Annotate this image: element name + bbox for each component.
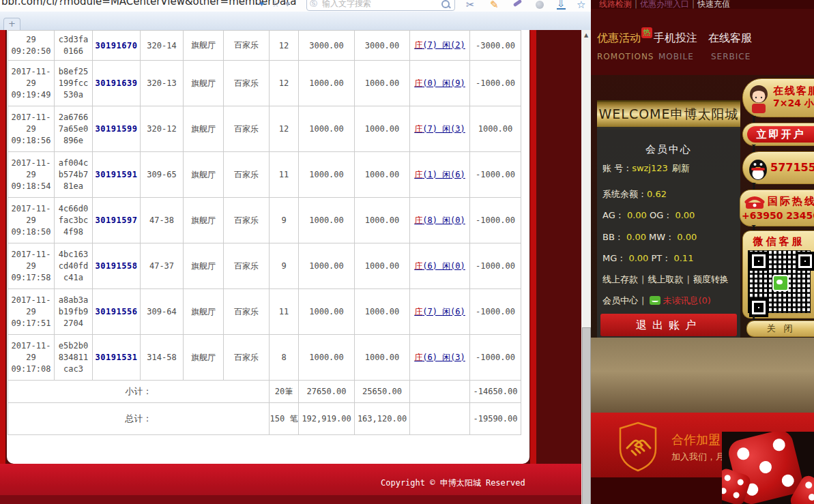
download-icon[interactable]: ⇩ — [557, 0, 566, 10]
qq-panel[interactable]: 57715555 — [742, 151, 814, 184]
cell-game: 百家乐 — [224, 289, 270, 335]
link-line-check[interactable]: 线路检测 — [599, 0, 632, 9]
table-row: 2017-11-2909:17:08e5b2b0834811cac3301915… — [8, 335, 521, 381]
separator: | — [641, 295, 644, 306]
caret-down-icon[interactable]: ▾ — [285, 0, 290, 9]
member-center-link[interactable]: 会员中心 — [602, 295, 638, 306]
logout-button[interactable]: 退出账户 — [600, 314, 737, 336]
cell-result: 庄(7) 闲(2) — [410, 31, 470, 61]
nav-promotions-sub: ROMOTIONS — [597, 52, 654, 61]
transfer-link[interactable]: 额度转换 — [693, 274, 729, 284]
separator: | — [635, 0, 637, 9]
wrench-icon[interactable] — [513, 0, 523, 7]
cell-valid-amount: 1000.00 — [355, 61, 410, 106]
cell-round: 314-58 — [141, 335, 184, 381]
cell-result: 庄(7) 闲(6) — [410, 289, 470, 335]
message-icon[interactable] — [650, 296, 660, 305]
total-label: 总计： — [8, 403, 270, 435]
top-utility-links: 线路检测|优惠办理入口|快速充值 — [599, 0, 730, 10]
nav-online-service[interactable]: 在线客服 — [708, 31, 752, 46]
account-value: swzj123 — [632, 163, 668, 173]
subtotal-bet: 27650.00 — [299, 381, 355, 403]
pen-icon[interactable]: ✎ — [490, 0, 499, 11]
wallet-label: OG： — [650, 210, 672, 220]
nav-promotions[interactable]: 优惠活动 — [597, 31, 641, 46]
cell-result: 庄(1) 闲(6) — [410, 152, 470, 198]
scroll-up-icon[interactable]: ▲ — [581, 30, 591, 41]
balance-value: 0.62 — [647, 189, 667, 199]
cell-valid-amount: 1000.00 — [355, 335, 410, 381]
cell-result: 庄(6) 闲(3) — [410, 335, 470, 381]
total-count: 150 笔 — [270, 403, 299, 435]
wallet-label: AG： — [602, 210, 624, 220]
qq-icon — [746, 155, 770, 181]
flash-icon[interactable]: ✦ — [258, 0, 265, 9]
cell-bet-id: 30191639 — [93, 61, 141, 106]
result-link[interactable]: 庄(6) 闲(0) — [414, 261, 465, 271]
qq-number: 57715555 — [770, 161, 814, 174]
cell-bet-id: 30191558 — [93, 243, 141, 289]
search-icon[interactable] — [441, 0, 450, 8]
bookmark-star-icon[interactable]: ☆ — [272, 0, 280, 9]
result-link[interactable]: 庄(1) 闲(6) — [414, 170, 465, 179]
globe-icon[interactable] — [536, 1, 544, 9]
cell-time: 2017-11-2909:17:08 — [8, 335, 55, 381]
screenshot-scissors-icon[interactable]: ✂ — [466, 0, 475, 11]
page-left-stripe — [0, 30, 5, 504]
cell-count: 12 — [270, 31, 299, 61]
link-quick-deposit[interactable]: 快速充值 — [697, 0, 730, 9]
quick-links-line: 线上存款|线上取款|额度转换 — [602, 273, 729, 286]
withdraw-link[interactable]: 线上取款 — [648, 274, 683, 284]
result-link[interactable]: 庄(0) 闲(9) — [414, 78, 465, 88]
wallet-value: 0.00 — [626, 232, 646, 242]
cell-hash: c3d3fa0166 — [55, 31, 93, 61]
result-link[interactable]: 庄(7) 闲(2) — [414, 40, 465, 50]
total-winloss: -19590.00 — [470, 403, 521, 435]
result-link[interactable]: 庄(6) 闲(3) — [414, 353, 465, 362]
cell-time: 2909:20:50 — [8, 31, 55, 61]
result-link[interactable]: 庄(7) 闲(6) — [414, 307, 465, 316]
favorites-star-icon[interactable]: ☆ — [577, 0, 585, 11]
address-bar[interactable]: bbr.com/ci/?module=MACenterView&other=me… — [0, 0, 591, 12]
bet-table-totals: 小计： 20筆 27650.00 25650.00 -14650.00 总计： … — [8, 381, 521, 435]
search-engine-icon[interactable]: Ⓢ — [310, 0, 317, 9]
page-right-stripe — [530, 30, 536, 464]
hotline-panel[interactable]: 国际热线 +63950 234567 — [740, 190, 814, 226]
cell-bet-id: 30191556 — [93, 289, 141, 335]
link-promo-entry[interactable]: 优惠办理入口 — [640, 0, 689, 9]
open-account-button[interactable]: 立即开户 — [747, 126, 814, 143]
affiliate-title[interactable]: 合作加盟 — [671, 432, 721, 448]
close-widget-button[interactable]: 关 闭 — [746, 321, 814, 337]
cell-round: 309-65 — [141, 152, 184, 198]
page-background: 2909:20:50c3d3fa016630191670320-14旗舰厅百家乐… — [0, 30, 591, 504]
subtotal-result-empty — [410, 381, 470, 403]
result-link[interactable]: 庄(7) 闲(3) — [414, 124, 465, 134]
welcome-banner: WELCOME申博太阳城 — [597, 100, 740, 130]
cell-winloss: -1000.00 — [470, 61, 521, 106]
nav-mobile-sub: MOBILE — [658, 52, 694, 61]
cell-valid-amount: 1000.00 — [355, 243, 410, 289]
separator: | — [692, 0, 695, 9]
scrollbar[interactable]: ▲ — [581, 30, 591, 504]
screen: bbr.com/ci/?module=MACenterView&other=me… — [0, 0, 814, 504]
table-row: 2017-11-2909:18:54af004cb574b781ea301915… — [8, 152, 521, 198]
wallet-value: 0.00 — [677, 232, 697, 242]
wallet-value: 0.00 — [675, 210, 695, 220]
cell-winloss: 1000.00 — [470, 106, 521, 152]
result-link[interactable]: 庄(8) 闲(0) — [414, 216, 465, 225]
wallet-value: 0.00 — [627, 210, 647, 220]
cell-bet-id: 30191599 — [93, 106, 141, 152]
search-input[interactable] — [321, 0, 433, 9]
cell-count: 11 — [270, 152, 299, 198]
subtotal-winloss: -14650.00 — [470, 381, 521, 403]
deposit-link[interactable]: 线上存款 — [602, 274, 638, 284]
refresh-link[interactable]: 刷新 — [672, 163, 690, 173]
cell-hall: 旗舰厅 — [184, 198, 224, 243]
nav-mobile-betting[interactable]: 手机投注 — [654, 31, 697, 46]
unread-messages-link[interactable]: 未读讯息(0) — [663, 295, 710, 306]
new-tab-button[interactable]: + — [3, 18, 20, 30]
wechat-icon — [772, 275, 789, 291]
cell-bet-amount: 1000.00 — [299, 243, 355, 289]
scrollbar-thumb[interactable] — [582, 327, 591, 504]
online-service-panel[interactable]: 在线客服 7×24 小时 — [742, 78, 814, 117]
